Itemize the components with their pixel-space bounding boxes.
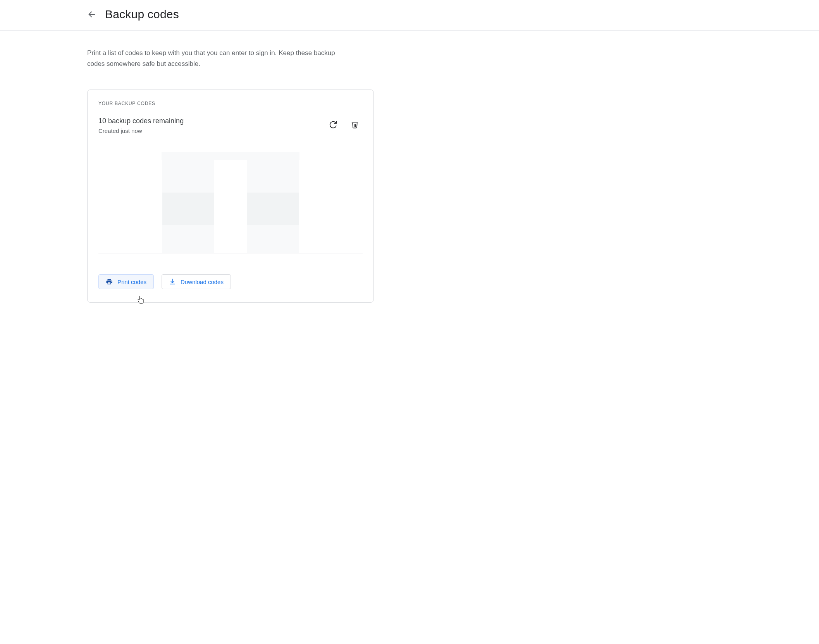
download-codes-button[interactable]: Download codes [162, 274, 231, 289]
back-arrow-icon[interactable] [87, 10, 96, 19]
page-header: Backup codes [0, 0, 819, 30]
download-button-label: Download codes [181, 279, 224, 285]
print-icon [106, 278, 113, 285]
codes-columns [162, 160, 299, 253]
card-divider-bottom [98, 253, 363, 253]
print-button-label: Print codes [117, 279, 146, 285]
delete-icon[interactable] [350, 120, 360, 129]
backup-codes-card: YOUR BACKUP CODES 10 backup codes remain… [87, 90, 374, 303]
code-placeholder [162, 193, 214, 225]
page-title: Backup codes [105, 8, 179, 21]
download-icon [169, 278, 176, 285]
code-placeholder [247, 160, 299, 193]
code-placeholder [162, 225, 214, 253]
code-column-left [162, 160, 214, 253]
codes-header-placeholder [162, 152, 299, 160]
print-codes-button[interactable]: Print codes [98, 274, 154, 289]
code-placeholder [162, 160, 214, 193]
codes-created: Created just now [98, 127, 184, 134]
page-description: Print a list of codes to keep with you t… [87, 48, 343, 69]
code-placeholder [247, 193, 299, 225]
main-content: Print a list of codes to keep with you t… [0, 31, 374, 303]
button-row: Print codes Download codes [98, 260, 363, 289]
refresh-icon[interactable] [329, 120, 338, 129]
card-divider-top [98, 145, 363, 145]
card-label: YOUR BACKUP CODES [98, 101, 363, 106]
code-column-right [247, 160, 299, 253]
status-text: 10 backup codes remaining Created just n… [98, 117, 184, 134]
status-actions [329, 117, 363, 129]
codes-remaining: 10 backup codes remaining [98, 117, 184, 125]
codes-area [98, 152, 363, 253]
code-placeholder [247, 225, 299, 253]
status-row: 10 backup codes remaining Created just n… [98, 117, 363, 134]
